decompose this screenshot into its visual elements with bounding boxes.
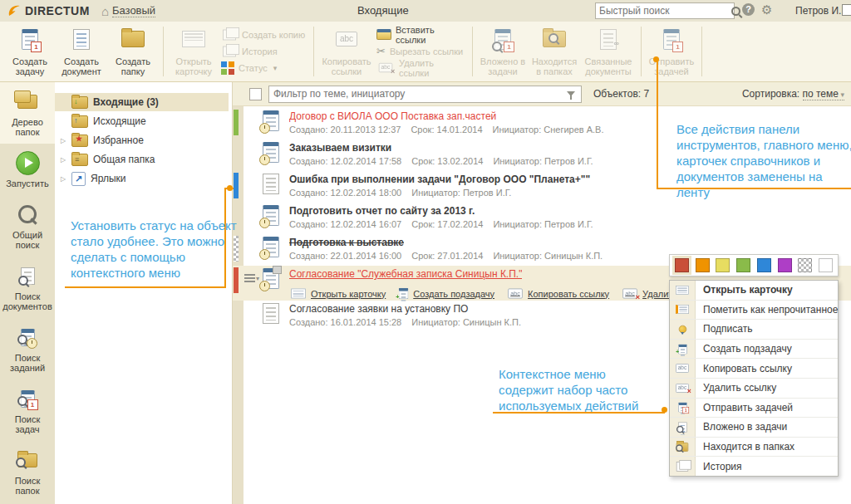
tree-item-inbox[interactable]: ↓ Входящие (3) (55, 93, 229, 111)
create-document-button[interactable]: Создать документ (57, 25, 106, 76)
row-menu-icon[interactable] (244, 274, 255, 284)
help-icon[interactable] (742, 3, 755, 16)
folder-search-icon (17, 453, 37, 467)
item-title[interactable]: Согласование "Служебная записка Синицын … (289, 267, 522, 281)
card-icon (291, 289, 306, 299)
menu-mark-unread[interactable]: Пометить как непрочитанное (670, 301, 838, 321)
in-tasks-button[interactable]: Вложено в задачи (478, 25, 528, 76)
color-swatch[interactable] (778, 258, 792, 272)
sidebar-item-search-documents[interactable]: Поиск документов (0, 257, 55, 318)
objects-count: Объектов: 7 (593, 88, 649, 100)
create-subtask-link[interactable]: +Создать подзадачу (397, 286, 494, 301)
task-icon (263, 205, 279, 226)
create-copy-button[interactable]: Создать копию (221, 28, 307, 41)
send-task-icon (663, 29, 680, 50)
sidebar-item-search-tasks[interactable]: Поиск задач (0, 379, 55, 441)
expand-icon[interactable]: ▷ (61, 137, 66, 144)
status-colors-icon (221, 61, 234, 75)
window-icon[interactable] (842, 4, 851, 16)
item-title[interactable]: Подготовка к выставке (289, 236, 848, 249)
subtask-icon: + (399, 288, 409, 300)
open-card-link[interactable]: Открыть карточку (289, 287, 386, 300)
sidebar-item-folder-tree[interactable]: Дерево папок (0, 82, 55, 144)
callout-dot (662, 407, 667, 413)
filter-icon[interactable] (567, 91, 575, 96)
menu-open-card[interactable]: Открыть карточку (670, 281, 838, 301)
menu-copy-link[interactable]: Копировать ссылку (670, 359, 838, 379)
status-button[interactable]: Статус (221, 61, 307, 74)
delete-link-icon (379, 63, 393, 72)
quick-search-box[interactable] (595, 2, 735, 19)
ribbon-separator (163, 27, 164, 76)
tree-item-favorites[interactable]: ▷ ★ Избранное (55, 131, 229, 149)
directum-logo-icon (7, 3, 22, 18)
expand-icon[interactable]: ▷ (61, 156, 66, 164)
color-swatch[interactable] (736, 258, 750, 272)
breadcrumb[interactable]: Базовый (112, 4, 155, 17)
task-search-icon (494, 29, 511, 50)
expand-icon[interactable]: ▷ (61, 175, 66, 183)
history-icon (676, 462, 688, 472)
sort-value[interactable]: по теме (803, 88, 845, 100)
copy-links-button[interactable]: Копировать ссылки (319, 25, 374, 76)
menu-sign[interactable]: Подписать (670, 320, 838, 340)
menu-create-subtask[interactable]: + Создать подзадачу (670, 340, 838, 360)
quick-search-input[interactable] (596, 5, 731, 17)
select-all-checkbox[interactable] (249, 88, 262, 100)
menu-in-tasks[interactable]: Вложено в задачи (670, 418, 838, 438)
menu-delete-link[interactable]: Удалить ссылку (670, 379, 838, 399)
paste-icon (376, 29, 391, 40)
color-swatch[interactable] (696, 258, 710, 272)
history-icon (223, 46, 236, 56)
home-icon[interactable]: ⌂ (101, 4, 109, 18)
notice-icon (263, 174, 279, 194)
gear-icon[interactable]: ⚙ (761, 3, 772, 17)
paste-links-button[interactable]: Вставить ссылки (376, 28, 466, 41)
in-folders-button[interactable]: Находится в папках (529, 25, 579, 76)
open-card-button[interactable]: Открыть карточку (169, 25, 219, 76)
card-icon (676, 286, 689, 295)
list-item[interactable]: Подготовить отчет по сайту за 2013 г. Со… (233, 203, 851, 234)
delete-link-icon (622, 289, 637, 299)
copy-link-link[interactable]: Копировать ссылку (506, 287, 609, 300)
callout-status-note: Установить статус на объект стало удобне… (71, 218, 237, 281)
task-icon (263, 110, 279, 131)
filter-box[interactable] (268, 86, 582, 103)
color-swatch[interactable] (716, 258, 730, 272)
create-folder-button[interactable]: Создать папку (108, 25, 158, 76)
menu-in-folders[interactable]: Находится в папках (670, 438, 838, 458)
context-menu: Открыть карточку Пометить как непрочитан… (669, 280, 839, 477)
tree-item-shortcuts[interactable]: ▷ Ярлыки (55, 169, 229, 188)
color-swatch[interactable] (757, 258, 771, 272)
color-swatch[interactable] (819, 258, 833, 272)
tree-item-shared-folder[interactable]: ▷ ≡ Общая папка (55, 150, 229, 169)
callout-line (65, 286, 226, 288)
tree-item-outbox[interactable]: ↑ Исходящие (55, 112, 229, 130)
outbox-folder-icon: ↑ (71, 115, 88, 128)
sidebar-item-global-search[interactable]: Общий поиск (0, 195, 55, 257)
color-swatch[interactable] (675, 258, 689, 272)
sidebar-item-search-folders[interactable]: Поиск папок (0, 441, 55, 502)
send-as-task-button[interactable]: Отправить задачей (647, 25, 696, 76)
history-button[interactable]: История (221, 45, 307, 57)
menu-history[interactable]: История (670, 457, 838, 476)
delete-link-icon (676, 384, 689, 393)
related-documents-button[interactable]: ∞ Связанные документы (581, 25, 636, 76)
left-sidebar: Дерево папок Запустить Общий поиск Поиск… (0, 82, 55, 504)
delete-links-button[interactable]: Удалить ссылки (376, 61, 466, 74)
sign-icon (678, 325, 686, 333)
cut-links-button[interactable]: ✂ Вырезать ссылки (376, 45, 466, 57)
user-name[interactable]: Петров И.Г. (795, 5, 849, 17)
sidebar-item-search-jobs[interactable]: Поиск заданий (0, 318, 55, 379)
search-icon[interactable] (731, 7, 740, 16)
task-search-icon (21, 390, 35, 408)
item-title[interactable]: Подготовить отчет по сайту за 2013 г. (289, 204, 848, 218)
callout-line (225, 188, 234, 189)
related-docs-icon: ∞ (600, 29, 617, 50)
sidebar-item-run[interactable]: Запустить (0, 144, 55, 195)
inbox-folder-icon: ↓ (71, 96, 88, 109)
create-task-button[interactable]: Создать задачу (5, 25, 55, 76)
menu-send-as-task[interactable]: Отправить задачей (670, 399, 838, 418)
color-swatch[interactable] (798, 258, 812, 272)
filter-input[interactable] (269, 88, 567, 100)
